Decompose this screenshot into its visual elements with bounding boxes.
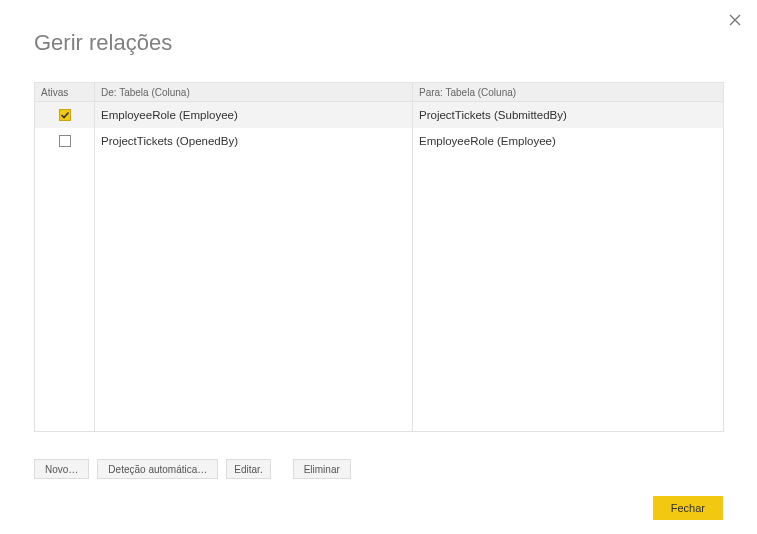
close-button[interactable]: Fechar (653, 496, 723, 520)
cell-from[interactable]: EmployeeRole (Employee) (95, 102, 412, 128)
close-icon[interactable] (727, 12, 743, 28)
active-checkbox[interactable] (59, 135, 71, 147)
grid-header: Ativas De: Tabela (Coluna) Para: Tabela … (35, 82, 723, 102)
header-active[interactable]: Ativas (35, 83, 95, 101)
new-button[interactable]: Novo… (34, 459, 89, 479)
cell-to[interactable]: EmployeeRole (Employee) (413, 128, 723, 154)
edit-button[interactable]: Editar. (226, 459, 270, 479)
header-to[interactable]: Para: Tabela (Coluna) (413, 83, 723, 101)
active-checkbox[interactable] (59, 109, 71, 121)
dialog-footer: Fechar (653, 496, 723, 520)
cell-from[interactable]: ProjectTickets (OpenedBy) (95, 128, 412, 154)
action-buttons: Novo… Deteção automática… Editar. Elimin… (34, 459, 351, 479)
dialog-title: Gerir relações (34, 30, 172, 56)
delete-button[interactable]: Eliminar (293, 459, 351, 479)
grid-body: EmployeeRole (Employee) ProjectTickets (… (35, 102, 723, 431)
header-from[interactable]: De: Tabela (Coluna) (95, 83, 413, 101)
relationships-grid: Ativas De: Tabela (Coluna) Para: Tabela … (34, 82, 724, 432)
autodetect-button[interactable]: Deteção automática… (97, 459, 218, 479)
cell-to[interactable]: ProjectTickets (SubmittedBy) (413, 102, 723, 128)
